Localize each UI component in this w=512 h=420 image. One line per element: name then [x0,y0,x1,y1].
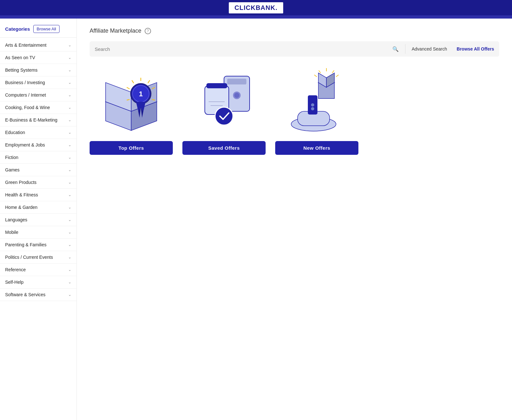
sidebar-item-label: Employment & Jobs [5,142,45,147]
top-offers-button[interactable]: Top Offers [90,141,173,155]
sidebar-item-label: As Seen on TV [5,55,35,60]
page-title-row: Affiliate Marketplace ? [90,28,499,34]
sidebar-item-label: Green Products [5,180,36,185]
sidebar-item-reference[interactable]: Reference⌄ [0,264,76,276]
sidebar-browse-all-button[interactable]: Browse All [33,25,60,33]
sidebar-item-education[interactable]: Education⌄ [0,126,76,139]
sidebar-item-mobile[interactable]: Mobile⌄ [0,226,76,239]
chevron-down-icon: ⌄ [68,168,71,172]
sidebar-item-label: Health & Fitness [5,192,38,197]
svg-line-37 [332,70,334,73]
sidebar-item-label: Games [5,167,20,172]
sidebar-item-label: Education [5,130,25,135]
chevron-down-icon: ⌄ [68,93,71,97]
page-title: Affiliate Marketplace [90,28,141,34]
sidebar-item-languages[interactable]: Languages⌄ [0,214,76,226]
svg-line-39 [319,70,321,73]
sidebar-item-label: Languages [5,217,27,222]
chevron-down-icon: ⌄ [68,255,71,259]
browse-all-offers-link[interactable]: Browse All Offers [450,46,494,52]
sidebar-item-label: Politics / Current Events [5,255,53,260]
svg-rect-23 [206,83,227,88]
sidebar-item-label: Reference [5,267,26,272]
sidebar-item-label: Betting Systems [5,67,37,73]
svg-line-7 [148,80,150,83]
chevron-down-icon: ⌄ [68,180,71,185]
search-divider [405,44,405,54]
sidebar-item-label: Software & Services [5,292,45,297]
sidebar-item-label: Fiction [5,155,18,160]
svg-point-21 [234,93,239,98]
chevron-down-icon: ⌄ [68,68,71,72]
sidebar-items-list: Arts & Entertainment⌄As Seen on TV⌄Betti… [0,39,76,301]
offers-grid: 1 Top Offers [90,68,499,155]
logo-text: CLICKBANK. [235,4,277,11]
sidebar-item-green-products[interactable]: Green Products⌄ [0,176,76,189]
chevron-down-icon: ⌄ [68,80,71,85]
top-offers-card: 1 Top Offers [90,68,173,155]
sidebar-item-label: Mobile [5,230,18,235]
chevron-down-icon: ⌄ [68,267,71,272]
header: CLICKBANK. [0,0,512,15]
logo-box: CLICKBANK. [229,2,283,13]
sidebar: Categories Browse All Arts & Entertainme… [0,19,77,420]
search-bar: 🔍 Advanced Search Browse All Offers [90,41,499,57]
chevron-down-icon: ⌄ [68,43,71,47]
new-offers-illustration [278,68,355,135]
search-input[interactable] [95,46,389,52]
chevron-down-icon: ⌄ [68,118,71,122]
sidebar-item-self-help[interactable]: Self-Help⌄ [0,276,76,289]
sidebar-item-label: Business / Investing [5,80,45,85]
sidebar-item-cooking--food---wine[interactable]: Cooking, Food & Wine⌄ [0,101,76,114]
sidebar-item-fiction[interactable]: Fiction⌄ [0,151,76,164]
chevron-down-icon: ⌄ [68,280,71,284]
chevron-down-icon: ⌄ [68,292,71,297]
sidebar-item-label: E-Business & E-Marketing [5,117,57,123]
sidebar-item-label: Self-Help [5,280,24,285]
sidebar-item-label: Home & Garden [5,205,37,210]
chevron-down-icon: ⌄ [68,130,71,135]
main-content: Affiliate Marketplace ? 🔍 Advanced Searc… [77,19,512,420]
svg-text:1: 1 [139,90,143,98]
new-offers-card: New Offers [275,68,358,155]
sidebar-item-label: Parenting & Families [5,242,46,247]
top-offers-illustration: 1 [93,68,170,135]
svg-point-31 [311,107,314,110]
sidebar-header: Categories Browse All [0,22,76,38]
sidebar-item-as-seen-on-tv[interactable]: As Seen on TV⌄ [0,52,76,64]
sidebar-item-games[interactable]: Games⌄ [0,164,76,176]
sidebar-item-e-business---e-marketing[interactable]: E-Business & E-Marketing⌄ [0,114,76,126]
chevron-down-icon: ⌄ [68,155,71,160]
svg-line-38 [336,75,339,77]
subheader-bar [0,15,512,19]
sidebar-item-employment---jobs[interactable]: Employment & Jobs⌄ [0,139,76,151]
saved-offers-button[interactable]: Saved Offers [182,141,266,155]
sidebar-item-business---investing[interactable]: Business / Investing⌄ [0,76,76,89]
sidebar-item-home---garden[interactable]: Home & Garden⌄ [0,201,76,214]
sidebar-item-parenting---families[interactable]: Parenting & Families⌄ [0,239,76,251]
chevron-down-icon: ⌄ [68,55,71,60]
svg-line-9 [132,80,134,83]
chevron-down-icon: ⌄ [68,230,71,234]
sidebar-item-betting-systems[interactable]: Betting Systems⌄ [0,64,76,76]
sidebar-item-software---services[interactable]: Software & Services⌄ [0,289,76,301]
help-icon[interactable]: ? [145,28,151,34]
sidebar-item-computers---internet[interactable]: Computers / Internet⌄ [0,89,76,101]
categories-label: Categories [5,26,30,32]
saved-offers-card: Saved Offers [182,68,266,155]
new-offers-button[interactable]: New Offers [275,141,358,155]
search-icon: 🔍 [392,46,399,52]
svg-point-26 [215,107,233,125]
svg-rect-19 [227,79,246,84]
advanced-search-link[interactable]: Advanced Search [412,46,447,52]
chevron-down-icon: ⌄ [68,105,71,110]
sidebar-item-label: Cooking, Food & Wine [5,105,50,110]
sidebar-item-label: Computers / Internet [5,92,46,98]
chevron-down-icon: ⌄ [68,193,71,197]
chevron-down-icon: ⌄ [68,143,71,147]
sidebar-item-arts---entertainment[interactable]: Arts & Entertainment⌄ [0,39,76,52]
svg-point-30 [311,103,314,107]
sidebar-item-politics---current-events[interactable]: Politics / Current Events⌄ [0,251,76,264]
saved-offers-illustration [186,68,262,135]
sidebar-item-health---fitness[interactable]: Health & Fitness⌄ [0,189,76,201]
